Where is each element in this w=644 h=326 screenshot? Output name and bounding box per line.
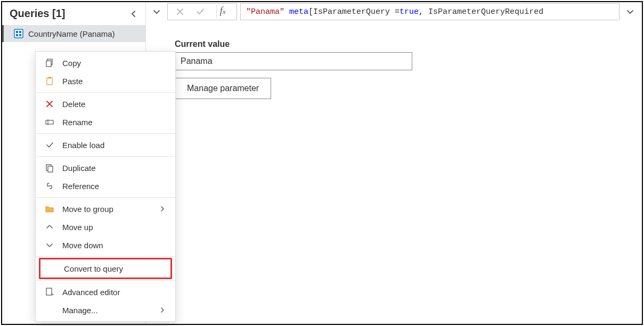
cancel-formula-icon[interactable] bbox=[176, 7, 184, 16]
formula-bar: fx "Panama" meta [IsParameterQuery = tru… bbox=[146, 2, 642, 20]
collapse-pane-chevron-icon[interactable] bbox=[129, 10, 138, 18]
rename-icon bbox=[44, 117, 55, 127]
fx-icon[interactable]: fx bbox=[216, 5, 229, 18]
menu-manage[interactable]: Manage... bbox=[36, 301, 175, 319]
menu-advanced-editor-label: Advanced editor bbox=[62, 288, 151, 297]
svg-rect-13 bbox=[46, 288, 52, 295]
advanced-editor-icon bbox=[44, 287, 55, 297]
svg-rect-4 bbox=[19, 34, 21, 36]
svg-rect-0 bbox=[14, 29, 23, 38]
formula-token-string: "Panama" bbox=[246, 7, 284, 17]
menu-enable-load[interactable]: Enable load bbox=[36, 136, 175, 154]
menu-manage-label: Manage... bbox=[62, 306, 151, 315]
menu-paste[interactable]: Paste bbox=[36, 72, 175, 90]
parameter-icon bbox=[13, 28, 24, 39]
paste-icon bbox=[44, 76, 55, 86]
menu-move-down-label: Move down bbox=[62, 241, 151, 250]
context-menu: Copy Paste Delete bbox=[35, 51, 176, 322]
queries-pane: Queries [1] CountryName (Panama) bbox=[2, 2, 146, 324]
manage-parameter-button[interactable]: Manage parameter bbox=[175, 78, 271, 99]
checkmark-icon bbox=[44, 140, 55, 150]
menu-separator bbox=[36, 197, 175, 198]
svg-rect-7 bbox=[47, 78, 52, 85]
reference-icon bbox=[44, 181, 55, 191]
menu-convert-to-query-label: Convert to query bbox=[64, 264, 149, 273]
delete-icon bbox=[44, 99, 55, 109]
main-area: fx "Panama" meta [IsParameterQuery = tru… bbox=[146, 2, 642, 324]
formula-token-text: [IsParameterQuery = bbox=[308, 7, 400, 17]
svg-rect-1 bbox=[16, 31, 18, 33]
copy-icon bbox=[44, 58, 55, 68]
svg-rect-12 bbox=[48, 166, 53, 172]
menu-copy-label: Copy bbox=[62, 59, 151, 68]
duplicate-icon bbox=[44, 162, 55, 173]
menu-copy[interactable]: Copy bbox=[36, 54, 175, 72]
formula-input[interactable]: "Panama" meta [IsParameterQuery = true ,… bbox=[240, 3, 619, 20]
chevron-down-icon bbox=[44, 240, 55, 250]
formula-expand-icon[interactable] bbox=[623, 3, 638, 20]
svg-rect-2 bbox=[19, 31, 21, 33]
menu-move-up-label: Move up bbox=[62, 223, 151, 232]
queries-title: Queries [1] bbox=[10, 7, 65, 20]
menu-move-to-group[interactable]: Move to group bbox=[36, 200, 175, 218]
menu-move-down[interactable]: Move down bbox=[36, 236, 175, 254]
menu-separator bbox=[36, 92, 175, 93]
menu-separator bbox=[36, 256, 175, 257]
menu-separator bbox=[36, 156, 175, 157]
svg-rect-6 bbox=[46, 61, 51, 67]
formula-controls: fx bbox=[167, 3, 237, 20]
menu-duplicate-label: Duplicate bbox=[62, 164, 151, 173]
svg-rect-3 bbox=[16, 34, 18, 36]
svg-rect-8 bbox=[48, 77, 51, 79]
menu-move-to-group-label: Move to group bbox=[62, 205, 151, 214]
menu-delete[interactable]: Delete bbox=[36, 95, 175, 113]
query-item-label: CountryName (Panama) bbox=[28, 29, 115, 38]
menu-convert-to-query[interactable]: Convert to query bbox=[39, 258, 172, 279]
formula-token-keyword: meta bbox=[289, 7, 308, 17]
query-item-countryname[interactable]: CountryName (Panama) bbox=[2, 25, 145, 42]
menu-separator bbox=[36, 280, 175, 281]
chevron-right-icon bbox=[158, 206, 167, 212]
menu-reference[interactable]: Reference bbox=[36, 177, 175, 195]
menu-move-up[interactable]: Move up bbox=[36, 218, 175, 236]
formula-token-text2: , IsParameterQueryRequired bbox=[419, 7, 543, 17]
folder-icon bbox=[44, 203, 55, 214]
menu-enable-load-label: Enable load bbox=[62, 141, 151, 150]
chevron-up-icon bbox=[44, 222, 55, 232]
chevron-right-icon bbox=[158, 307, 167, 313]
menu-reference-label: Reference bbox=[62, 182, 151, 191]
commit-formula-icon[interactable] bbox=[195, 7, 205, 17]
formula-dropdown-icon[interactable] bbox=[149, 3, 164, 20]
menu-duplicate[interactable]: Duplicate bbox=[36, 159, 175, 177]
menu-paste-label: Paste bbox=[62, 77, 151, 86]
blank-icon bbox=[44, 305, 55, 315]
current-value-label: Current value bbox=[175, 39, 642, 49]
menu-delete-label: Delete bbox=[62, 100, 151, 109]
menu-separator bbox=[36, 133, 175, 134]
formula-token-true: true bbox=[400, 7, 419, 17]
menu-rename[interactable]: Rename bbox=[36, 113, 175, 131]
blank-icon bbox=[46, 263, 56, 274]
current-value-input[interactable]: Panama bbox=[175, 52, 412, 70]
menu-rename-label: Rename bbox=[62, 118, 151, 127]
menu-advanced-editor[interactable]: Advanced editor bbox=[36, 283, 175, 301]
svg-rect-9 bbox=[46, 120, 53, 124]
